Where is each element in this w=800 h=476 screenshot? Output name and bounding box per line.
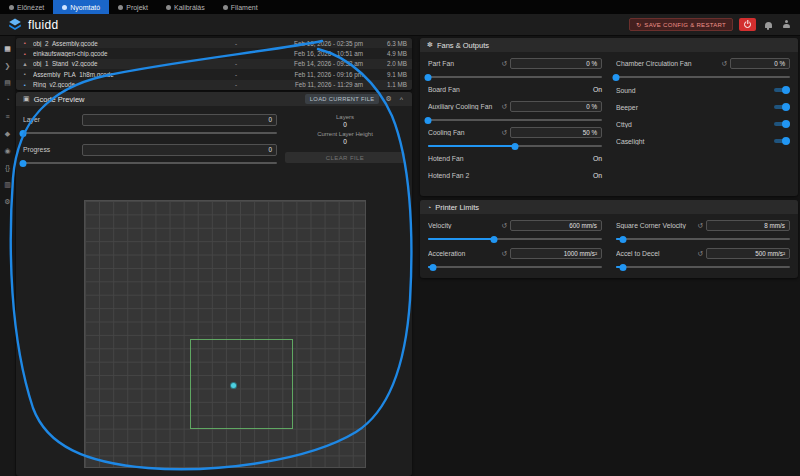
toolhead-dot xyxy=(231,383,236,388)
tune-icon[interactable]: ≡ xyxy=(5,113,9,121)
layer-slider[interactable] xyxy=(23,132,277,134)
layer-input[interactable]: 0 xyxy=(82,114,277,126)
part-fan-input[interactable]: 0 % xyxy=(510,58,602,69)
fluidd-screen: Előnézet Nyomtató Projekt Kalibrálás Fil… xyxy=(0,0,800,476)
progress-slider[interactable] xyxy=(23,162,277,164)
control-label: Beeper xyxy=(616,104,774,111)
file-dash: - xyxy=(213,50,259,57)
settings-icon[interactable]: ⚙ xyxy=(4,198,10,206)
reset-icon[interactable]: ↺ xyxy=(501,250,507,258)
collapse-chevron-icon[interactable]: ^ xyxy=(398,96,405,103)
tab-filament[interactable]: Filament xyxy=(214,0,267,14)
progress-input[interactable]: 0 xyxy=(82,144,277,156)
reset-icon[interactable]: ↺ xyxy=(501,222,507,230)
file-row[interactable]: ▪ Assembly_PLA_1h8m.gcode - Feb 11, 2026… xyxy=(16,69,412,79)
reset-icon[interactable]: ↺ xyxy=(501,103,507,111)
accel-to-decel-slider[interactable] xyxy=(616,266,790,268)
tab-nyomtato[interactable]: Nyomtató xyxy=(53,0,109,14)
configuration-icon[interactable]: {} xyxy=(5,164,10,172)
reset-icon[interactable]: ↺ xyxy=(697,222,703,230)
printer-icon[interactable]: ▥ xyxy=(4,181,11,189)
macros-icon[interactable]: ◆ xyxy=(5,130,10,138)
gear-icon[interactable]: ⚙ xyxy=(383,95,393,103)
file-modified: Feb 16, 2026 - 10:51 am xyxy=(263,50,363,57)
file-name: einkaufswagen-chip.gcode xyxy=(33,50,209,57)
file-row[interactable]: ▲ obj_1_Stand_v2.gcode - Feb 14, 2026 - … xyxy=(16,59,412,69)
control-label: Auxiliary Cooling Fan xyxy=(428,103,498,110)
caselight-toggle[interactable] xyxy=(774,137,790,145)
gcode-preview-body: Layer 0 Progress 0 xyxy=(16,106,412,476)
gcode-preview-panel: ▣ Gcode Preview LOAD CURRENT FILE ⚙ ^ La… xyxy=(16,92,412,476)
file-row[interactable]: ▪ obj_2_Assembly.gcode - Feb 16, 2026 - … xyxy=(16,38,412,48)
square-corner-velocity-slider[interactable] xyxy=(616,238,790,240)
tab-label: Projekt xyxy=(126,4,148,11)
control-label: Caselight xyxy=(616,138,774,145)
tab-elonezet[interactable]: Előnézet xyxy=(0,0,53,14)
beeper-toggle[interactable] xyxy=(774,103,790,111)
cooling-fan-slider[interactable] xyxy=(428,145,602,147)
layers-label: Layers xyxy=(285,113,405,121)
part-fan-slider[interactable] xyxy=(428,76,602,78)
camera-icon[interactable]: ◉ xyxy=(4,147,10,155)
acceleration-slider[interactable] xyxy=(428,266,602,268)
dashboard-icon[interactable]: ▦ xyxy=(4,45,11,53)
panel-title: Gcode Preview xyxy=(34,95,85,104)
acceleration-input[interactable]: 1000 mm/s² xyxy=(510,248,602,259)
hotend-fan-row: Hotend Fan On xyxy=(428,152,602,165)
square-corner-velocity-input[interactable]: 8 mm/s xyxy=(706,220,790,231)
auxiliary-cooling-fan-control: Auxiliary Cooling Fan ↺ 0 % xyxy=(428,100,602,121)
accel-to-decel-input[interactable]: 500 mm/s² xyxy=(706,248,790,259)
chamber-circulation-fan-input[interactable]: 0 % xyxy=(730,58,790,69)
notifications-button[interactable] xyxy=(762,18,774,32)
file-name: obj_2_Assembly.gcode xyxy=(33,40,209,47)
control-label: Board Fan xyxy=(428,86,593,93)
hotend-fan-state: On xyxy=(593,155,602,162)
history-icon[interactable]: ◔ xyxy=(5,96,9,104)
cttyd-toggle[interactable] xyxy=(774,120,790,128)
cttyd-row: Cttyd xyxy=(616,117,790,131)
file-dash: - xyxy=(213,60,259,67)
velocity-slider[interactable] xyxy=(428,238,602,240)
tab-icon xyxy=(9,5,14,10)
file-modified: Feb 11, 2026 - 11:29 am xyxy=(263,81,363,88)
console-icon[interactable]: ❯ xyxy=(5,62,11,70)
restart-icon: ↻ xyxy=(636,21,641,28)
save-config-restart-button[interactable]: ↻ SAVE CONFIG & RESTART xyxy=(629,18,733,31)
reset-icon[interactable]: ↺ xyxy=(501,60,507,68)
file-status-icon: ▪ xyxy=(21,82,29,88)
tab-icon xyxy=(223,5,228,10)
fans-outputs-panel: ✽ Fans & Outputs Part Fan ↺ 0 % Board Fa… xyxy=(420,38,798,196)
auxiliary-cooling-fan-slider[interactable] xyxy=(428,119,602,121)
bell-icon xyxy=(765,22,772,28)
chamber-circulation-fan-slider[interactable] xyxy=(616,76,790,78)
velocity-input[interactable]: 600 mm/s xyxy=(510,220,602,231)
tab-label: Nyomtató xyxy=(70,4,100,11)
auxiliary-cooling-fan-input[interactable]: 0 % xyxy=(510,101,602,112)
accel-to-decel-control: Accel to Decel ↺ 500 mm/s² xyxy=(616,247,790,268)
file-size: 1.1 MB xyxy=(367,81,407,88)
panel-title: Printer Limits xyxy=(435,203,479,212)
reset-icon[interactable]: ↺ xyxy=(501,129,507,137)
gauge-icon: ◔ xyxy=(427,204,431,211)
reset-icon[interactable]: ↺ xyxy=(721,60,727,68)
sound-toggle[interactable] xyxy=(774,86,790,94)
gcode-files-icon[interactable]: ▤ xyxy=(4,79,11,87)
file-dash: - xyxy=(213,81,259,88)
file-status-icon: ▪ xyxy=(21,40,29,46)
file-status-icon: ▪ xyxy=(21,51,29,57)
gcode-preview-canvas[interactable] xyxy=(84,200,366,468)
tab-label: Kalibrálás xyxy=(174,4,205,11)
file-row[interactable]: ▪ einkaufswagen-chip.gcode - Feb 16, 202… xyxy=(16,48,412,58)
reset-icon[interactable]: ↺ xyxy=(697,250,703,258)
tab-kalibralas[interactable]: Kalibrálás xyxy=(157,0,214,14)
current-layer-height-value: 0 xyxy=(285,138,405,146)
tab-projekt[interactable]: Projekt xyxy=(109,0,157,14)
account-button[interactable] xyxy=(780,18,792,32)
emergency-stop-button[interactable] xyxy=(739,18,756,31)
load-current-file-button[interactable]: LOAD CURRENT FILE xyxy=(305,94,380,104)
acceleration-control: Acceleration ↺ 1000 mm/s² xyxy=(428,247,602,268)
fluidd-logo-icon xyxy=(8,18,22,32)
clear-file-button[interactable]: CLEAR FILE xyxy=(285,152,405,163)
file-row[interactable]: ▪ Ring_v2.gcode - Feb 11, 2026 - 11:29 a… xyxy=(16,80,412,90)
cooling-fan-input[interactable]: 50 % xyxy=(510,127,602,138)
